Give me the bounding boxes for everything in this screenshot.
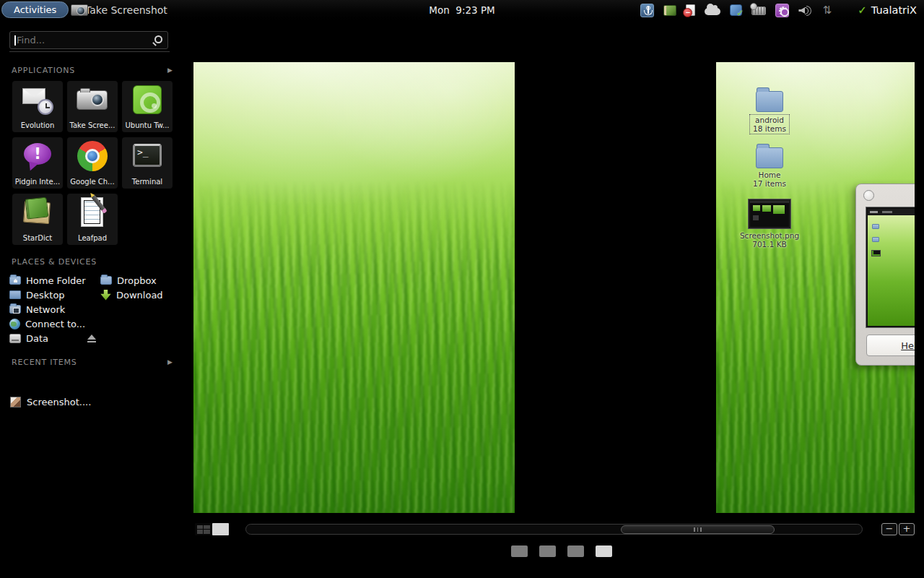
places-column-right: Dropbox Download [100, 273, 176, 302]
desktop-icon [9, 290, 21, 299]
place-label: Network [26, 304, 65, 315]
app-tile-stardict[interactable]: StarDict [12, 194, 63, 245]
app-label: Leafpad [69, 234, 116, 242]
grid-view-button[interactable] [195, 523, 212, 535]
volume-icon[interactable] [798, 5, 813, 15]
app-label: Google Ch... [69, 178, 116, 186]
app-tile-pidgin[interactable]: ! Pidgin Inte... [12, 137, 63, 189]
screenshot-thumbnail-icon [749, 199, 790, 228]
app-tile-terminal[interactable]: >_ Terminal [122, 137, 173, 189]
dictionary-icon[interactable] [663, 5, 676, 16]
mini-desktop [868, 215, 915, 326]
folder-icon [756, 147, 783, 168]
user-menu[interactable]: ✓ TualatriX [858, 0, 917, 20]
grass-texture [193, 179, 515, 513]
workspace-dot-active[interactable] [596, 545, 612, 557]
notes-blocked-icon[interactable] [686, 4, 695, 16]
top-bar: Activities Take Screenshot Mon 9:23 PM ⇅… [0, 0, 924, 20]
search-input[interactable] [17, 32, 147, 48]
place-label: Download [116, 290, 163, 301]
recent-item-screenshot[interactable]: Screenshot.... [10, 397, 91, 407]
search-box[interactable] [9, 31, 168, 49]
pidgin-icon: ! [20, 139, 55, 173]
app-tile-leafpad[interactable]: Leafpad [67, 194, 118, 245]
workspace-preview-1[interactable] [193, 62, 515, 513]
globe-icon [9, 319, 20, 329]
place-dropbox[interactable]: Dropbox [100, 273, 176, 288]
app-label: Pidgin Inte... [14, 178, 61, 186]
activities-button[interactable]: Activities [1, 1, 69, 18]
workspace-scrollbar[interactable] [245, 524, 863, 535]
place-label: Desktop [26, 290, 65, 301]
place-data[interactable]: Data [9, 331, 97, 345]
app-label: Terminal [123, 178, 171, 186]
image-file-icon [10, 397, 21, 407]
desktop-icon-label: android [753, 116, 786, 124]
workspace-dot[interactable] [567, 545, 584, 557]
app-menu-title: Take Screenshot [85, 4, 167, 16]
desktop-icon-detail: 701.1 KB [735, 240, 804, 249]
desktop-icon-home: Home 17 items [735, 147, 804, 188]
cloud-icon[interactable] [705, 8, 720, 15]
app-tile-take-screenshot[interactable]: Take Scree... [67, 81, 118, 132]
place-label: Dropbox [117, 275, 157, 286]
dropbox-folder-icon [100, 276, 112, 285]
ubuntu-tweak-icon[interactable] [775, 4, 789, 17]
places-column-left: Home Folder Desktop Network Connect to..… [9, 273, 97, 345]
recent-items-header: RECENT ITEMS [12, 358, 77, 367]
workspace-dot[interactable] [511, 545, 528, 557]
help-button: Help [866, 335, 915, 356]
app-tile-chrome[interactable]: Google Ch... [67, 137, 118, 189]
workspace-preview-2[interactable]: android 18 items Home 17 items Screensho… [716, 62, 915, 513]
app-menu[interactable]: Take Screenshot [71, 0, 167, 20]
app-label: StarDict [14, 234, 61, 242]
scrollbar-thumb[interactable] [621, 525, 775, 534]
workspace-dot[interactable] [539, 545, 556, 557]
zoom-in-button[interactable]: + [899, 523, 915, 535]
place-label: Connect to... [25, 319, 85, 329]
recent-expand-icon[interactable]: ▶ [167, 358, 173, 366]
linear-view-button[interactable] [212, 523, 229, 535]
search-icon[interactable] [152, 35, 162, 45]
screenshot-preview [866, 207, 915, 327]
status-check-icon: ✓ [858, 4, 867, 17]
app-label: Ubuntu Tw... [123, 121, 171, 129]
app-tile-ubuntu-tweak[interactable]: Ubuntu Tw... [122, 81, 173, 132]
zoom-out-button[interactable]: − [881, 523, 897, 535]
dropbox-icon[interactable] [730, 4, 742, 16]
place-label: Data [26, 333, 48, 344]
place-download[interactable]: Download [100, 288, 176, 302]
overview-sidebar: APPLICATIONS ▶ Evolution Take Scree... U… [0, 20, 182, 578]
place-home-folder[interactable]: Home Folder [9, 273, 97, 288]
system-tray: ⇅ [640, 0, 832, 20]
place-connect-to[interactable]: Connect to... [9, 316, 97, 331]
applications-expand-icon[interactable]: ▶ [167, 66, 173, 74]
radio-button-icon [863, 190, 874, 201]
activities-label: Activities [14, 4, 56, 15]
folder-icon [756, 91, 783, 112]
place-desktop[interactable]: Desktop [9, 288, 97, 302]
home-folder-icon [9, 276, 21, 285]
app-tile-evolution[interactable]: Evolution [12, 81, 63, 132]
applications-grid: Evolution Take Scree... Ubuntu Tw... ! P… [12, 81, 173, 245]
camera-icon [71, 4, 88, 16]
desktop-icon-label: Screenshot.png [735, 231, 804, 240]
app-label: Evolution [14, 121, 61, 129]
keyboard-icon[interactable] [751, 7, 766, 15]
drive-icon [9, 334, 21, 343]
clock-text[interactable]: Mon 9:23 PM [429, 4, 494, 16]
evolution-icon [20, 82, 55, 117]
download-arrow-icon [100, 290, 111, 301]
recent-item-label: Screenshot.... [27, 397, 91, 407]
camera-app-icon [75, 82, 110, 117]
desktop-icon-detail: 18 items [753, 124, 786, 133]
app-label: Take Scree... [69, 121, 116, 129]
desktop-icon-detail: 17 items [735, 179, 804, 188]
place-network[interactable]: Network [9, 302, 97, 316]
eject-icon[interactable] [87, 335, 97, 342]
text-caret [14, 35, 16, 46]
applications-header: APPLICATIONS [12, 66, 75, 75]
workspace-indicator [511, 545, 612, 557]
anchor-icon[interactable] [640, 4, 654, 17]
network-updown-icon[interactable]: ⇅ [822, 5, 832, 16]
